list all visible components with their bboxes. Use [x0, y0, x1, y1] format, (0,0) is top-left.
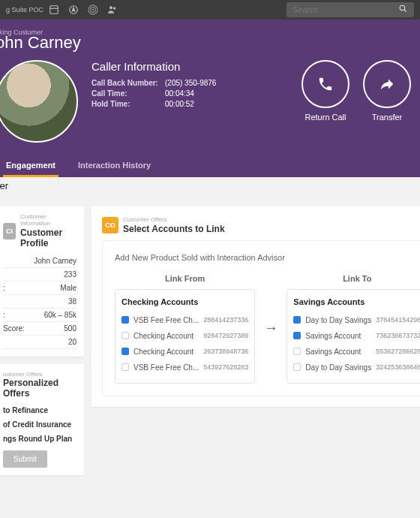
profile-row-key: Score: — [3, 324, 25, 333]
account-number: 263738948736 — [203, 348, 248, 355]
phone-icon — [302, 60, 350, 108]
profile-row-value: 38 — [68, 297, 76, 306]
calltime-label: Call Time: — [92, 89, 165, 98]
app-title: g Suite POC — [6, 6, 44, 14]
holdtime-label: Hold Time: — [92, 100, 165, 108]
account-number: 324253638646 — [376, 363, 420, 371]
svg-marker-3 — [72, 8, 75, 11]
account-number: 543927628283 — [203, 363, 248, 371]
account-row[interactable]: Checking Account263738948736 — [122, 344, 248, 360]
account-name: Day to Day Savings — [305, 363, 371, 372]
topbar: g Suite POC — [0, 0, 420, 20]
profile-sup: Customer Information — [20, 214, 76, 227]
offer-item[interactable]: to Refinance — [3, 403, 76, 417]
account-row[interactable]: Day to Day Savings378454154298 — [293, 312, 420, 328]
customer-hero: nking Customer ohn Carney Caller Informa… — [0, 20, 420, 177]
caller-info: Caller Information Call Back Number:(205… — [92, 60, 216, 143]
account-row[interactable]: Savings Account553627286628 — [293, 344, 420, 360]
account-row[interactable]: VSB Fee Free Ch...288414237336 — [122, 312, 248, 328]
link-title: Select Accounts to Link — [123, 224, 225, 234]
to-accounts-box: Savings Accounts Day to Day Savings37845… — [286, 289, 420, 384]
callback-label: Call Back Number: — [92, 79, 165, 87]
profile-row: 38 — [3, 295, 76, 309]
svg-point-7 — [110, 6, 112, 9]
avatar — [0, 60, 78, 143]
return-call-label: Return Call — [302, 113, 350, 122]
account-name: Day to Day Savings — [305, 316, 371, 324]
account-row[interactable]: VSB Fee Free Ch...543927628283 — [122, 360, 248, 375]
link-sup: Customer Offers — [123, 217, 225, 224]
arrow-icon: → — [262, 321, 279, 336]
profile-row-key: : — [3, 284, 5, 292]
checkbox[interactable] — [293, 316, 301, 324]
add-product-label: Add New Product Sold with Interaction Ad… — [115, 253, 420, 262]
callback-value: (205) 350-9876 — [165, 79, 216, 87]
search-input[interactable] — [292, 5, 398, 14]
offers-title: Personalized Offers — [3, 378, 76, 399]
search-box[interactable] — [286, 2, 414, 17]
profile-row-key: : — [3, 311, 5, 319]
ci-tag-icon: CI — [3, 223, 16, 239]
svg-point-9 — [400, 5, 405, 11]
account-name: Checking Account — [134, 332, 199, 340]
account-number: 928472927389 — [203, 332, 248, 339]
account-number: 553627286628 — [376, 348, 420, 355]
profile-row: Score:500 — [3, 322, 76, 336]
account-row[interactable]: Checking Account928472927389 — [122, 328, 248, 344]
svg-rect-0 — [50, 6, 58, 14]
account-name: VSB Fee Free Ch... — [134, 363, 199, 372]
submit-button[interactable]: Submit — [3, 450, 47, 468]
dashboard-icon[interactable] — [48, 4, 60, 16]
profile-row: :Male — [3, 282, 76, 295]
checkbox[interactable] — [122, 363, 129, 371]
caller-info-title: Caller Information — [92, 60, 216, 73]
link-to-head: Link To — [286, 274, 420, 283]
account-number: 288414237336 — [203, 316, 248, 324]
customer-profile-card: CI Customer Information Customer Profile… — [0, 206, 84, 357]
profile-row: :60k – 85k — [3, 309, 76, 322]
offer-item[interactable]: ngs Round Up Plan — [3, 432, 76, 446]
calltime-value: 00:04:34 — [165, 89, 194, 98]
profile-title: Customer Profile — [20, 227, 76, 248]
checkbox[interactable] — [293, 332, 301, 339]
profile-row: 20 — [3, 336, 76, 349]
account-name: VSB Fee Free Ch... — [134, 316, 199, 324]
transfer-action[interactable]: Transfer — [363, 60, 411, 143]
offer-item[interactable]: of Credit Insurance — [3, 417, 76, 432]
return-call-action[interactable]: Return Call — [302, 60, 350, 143]
profile-row: John Carney — [3, 254, 76, 268]
account-row[interactable]: Day to Day Savings324253638646 — [293, 360, 420, 375]
profile-row-value: 60k – 85k — [44, 311, 76, 319]
checkbox[interactable] — [122, 332, 129, 339]
profile-row-value: 20 — [68, 338, 76, 346]
svg-point-6 — [92, 9, 93, 10]
to-accounts-title: Savings Accounts — [293, 297, 420, 306]
checkbox[interactable] — [293, 363, 301, 371]
account-row[interactable]: Savings Account736236673732 — [293, 328, 420, 344]
checkbox[interactable] — [122, 348, 129, 355]
account-name: Savings Account — [305, 348, 371, 356]
search-icon[interactable] — [398, 3, 408, 17]
account-number: 736236673732 — [376, 332, 420, 339]
tab-engagement[interactable]: Engagement — [3, 155, 58, 177]
compass-icon[interactable] — [68, 4, 80, 16]
filter-heading: ter — [0, 177, 420, 199]
offers-sup: ustomer Offers — [3, 372, 76, 378]
tab-history[interactable]: Interaction History — [75, 155, 154, 177]
svg-line-10 — [404, 10, 406, 12]
account-name: Savings Account — [305, 332, 371, 340]
checkbox[interactable] — [293, 348, 301, 355]
account-name: Checking Account — [134, 348, 199, 356]
people-icon[interactable] — [106, 4, 118, 16]
from-accounts-title: Checking Accounts — [122, 297, 248, 306]
offers-card: ustomer Offers Personalized Offers to Re… — [0, 364, 84, 476]
customer-name: ohn Carney — [0, 33, 420, 53]
target-icon[interactable] — [87, 4, 99, 16]
hero-tabs: Engagement Interaction History — [0, 155, 420, 177]
profile-row-value: 233 — [64, 270, 76, 279]
profile-row: 233 — [3, 268, 76, 282]
checkbox[interactable] — [122, 316, 129, 324]
link-accounts-card: CO Customer Offers Select Accounts to Li… — [92, 206, 420, 407]
account-number: 378454154298 — [376, 316, 420, 324]
profile-row-value: 500 — [64, 324, 76, 333]
